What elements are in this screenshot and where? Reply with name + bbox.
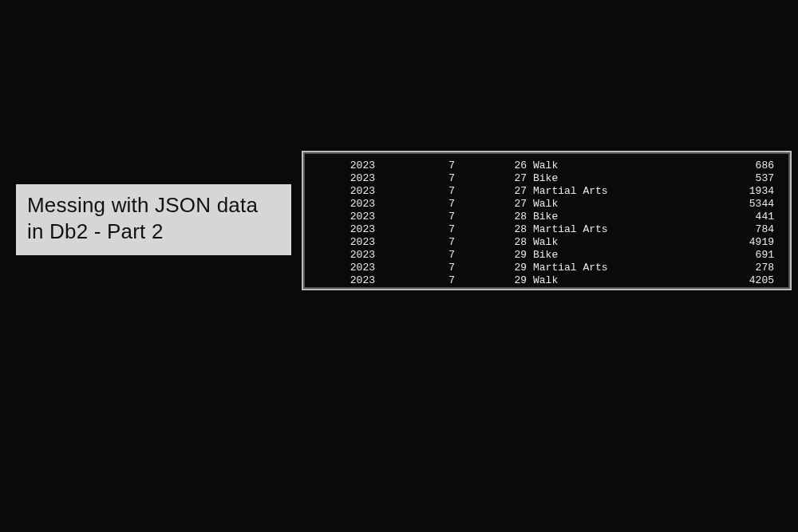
cell-activity: Walk xyxy=(533,236,645,249)
table-row: 2023728 Walk4919 xyxy=(311,236,782,249)
cell-value: 1934 xyxy=(645,185,774,198)
cell-value: 4919 xyxy=(645,236,774,249)
cell-gap xyxy=(527,262,533,274)
table-row: 2023727 Walk5344 xyxy=(311,198,782,211)
table-row: 2023727 Martial Arts1934 xyxy=(311,185,782,198)
cell-day: 29 xyxy=(455,249,527,262)
cell-year: 2023 xyxy=(311,160,375,172)
table-row: 2023727 Bike537 xyxy=(311,172,782,185)
cell-year: 2023 xyxy=(311,249,375,262)
cell-day: 26 xyxy=(455,160,527,172)
terminal-output: 2023726 Walk6862023727 Bike5372023727 Ma… xyxy=(302,151,792,290)
table-row: 2023728 Martial Arts784 xyxy=(311,223,782,236)
cell-day: 28 xyxy=(455,223,527,236)
cell-month: 7 xyxy=(375,211,455,223)
cell-year: 2023 xyxy=(311,211,375,223)
cell-year: 2023 xyxy=(311,172,375,185)
cell-month: 7 xyxy=(375,172,455,185)
cell-gap xyxy=(527,223,533,236)
cell-gap xyxy=(527,172,533,185)
cell-gap xyxy=(527,274,533,287)
title-line-2: in Db2 - Part 2 xyxy=(27,219,164,243)
table-row: 2023729 Walk4205 xyxy=(311,274,782,287)
cell-day: 27 xyxy=(455,198,527,211)
title-line-1: Messing with JSON data xyxy=(27,193,258,217)
cell-year: 2023 xyxy=(311,262,375,274)
cell-value: 784 xyxy=(645,223,774,236)
cell-activity: Martial Arts xyxy=(533,223,645,236)
cell-gap xyxy=(527,160,533,172)
cell-year: 2023 xyxy=(311,274,375,287)
slide-stage: Messing with JSON data in Db2 - Part 2 2… xyxy=(0,0,798,532)
cell-day: 29 xyxy=(455,274,527,287)
cell-gap xyxy=(527,185,533,198)
cell-month: 7 xyxy=(375,185,455,198)
cell-gap xyxy=(527,249,533,262)
cell-year: 2023 xyxy=(311,185,375,198)
cell-month: 7 xyxy=(375,160,455,172)
cell-month: 7 xyxy=(375,249,455,262)
cell-value: 537 xyxy=(645,172,774,185)
cell-value: 441 xyxy=(645,211,774,223)
cell-year: 2023 xyxy=(311,236,375,249)
table-row: 2023728 Bike441 xyxy=(311,211,782,223)
cell-day: 27 xyxy=(455,185,527,198)
table-row: 2023729 Martial Arts278 xyxy=(311,262,782,274)
cell-activity: Martial Arts xyxy=(533,185,645,198)
cell-activity: Walk xyxy=(533,274,645,287)
cell-activity: Walk xyxy=(533,160,645,172)
cell-value: 691 xyxy=(645,249,774,262)
cell-activity: Bike xyxy=(533,172,645,185)
cell-year: 2023 xyxy=(311,198,375,211)
cell-gap xyxy=(527,198,533,211)
cell-day: 29 xyxy=(455,262,527,274)
cell-value: 686 xyxy=(645,160,774,172)
cell-day: 28 xyxy=(455,236,527,249)
cell-month: 7 xyxy=(375,262,455,274)
cell-month: 7 xyxy=(375,198,455,211)
cell-activity: Martial Arts xyxy=(533,262,645,274)
cell-gap xyxy=(527,236,533,249)
cell-month: 7 xyxy=(375,236,455,249)
cell-year: 2023 xyxy=(311,223,375,236)
cell-gap xyxy=(527,211,533,223)
cell-activity: Walk xyxy=(533,198,645,211)
cell-activity: Bike xyxy=(533,211,645,223)
cell-value: 278 xyxy=(645,262,774,274)
cell-month: 7 xyxy=(375,274,455,287)
cell-activity: Bike xyxy=(533,249,645,262)
table-row: 2023729 Bike691 xyxy=(311,249,782,262)
cell-value: 4205 xyxy=(645,274,774,287)
cell-value: 5344 xyxy=(645,198,774,211)
cell-day: 27 xyxy=(455,172,527,185)
cell-day: 28 xyxy=(455,211,527,223)
cell-month: 7 xyxy=(375,223,455,236)
title-box: Messing with JSON data in Db2 - Part 2 xyxy=(16,184,291,255)
table-row: 2023726 Walk686 xyxy=(311,160,782,172)
